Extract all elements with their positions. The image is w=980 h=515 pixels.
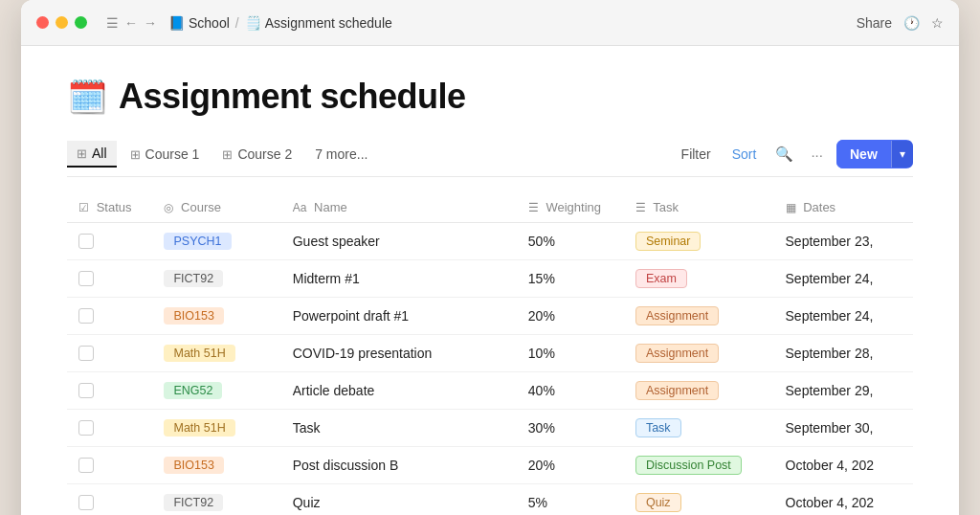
minimize-button[interactable] [56,16,68,29]
close-button[interactable] [36,16,49,29]
row-checkbox[interactable] [78,271,94,286]
cell-task: Quiz [624,484,774,516]
course-badge: FICT92 [164,270,223,287]
titlebar-actions: Share 🕐 ☆ [857,15,944,31]
data-table-wrap: ☑ Status ◎ Course Aa Name ☰ [67,192,913,515]
fullscreen-button[interactable] [75,16,87,29]
cell-name: Quiz [281,484,517,516]
cell-dates: September 29, [774,372,913,410]
status-col-icon: ☑ [78,201,89,214]
back-icon[interactable]: ← [124,15,138,31]
cell-status [67,372,152,410]
page-title-row: 🗓️ Assignment schedule [67,77,913,117]
cell-course: FICT92 [152,260,280,298]
course-badge: ENG52 [164,382,222,399]
table-row: ENG52 Article debate 40% Assignment Sept… [67,372,913,410]
cell-course: FICT92 [152,484,280,516]
cell-task: Assignment [624,372,774,410]
weighting-col-icon: ☰ [528,201,539,214]
new-button-dropdown[interactable]: ▾ [891,141,913,168]
cell-status [67,223,152,260]
new-button[interactable]: New [836,140,891,168]
filter-button[interactable]: Filter [676,143,717,166]
tab-course1-label: Course 1 [145,146,200,162]
cell-status [67,484,152,516]
cell-weighting: 10% [517,335,624,372]
cell-course: PSYCH1 [152,223,280,260]
task-badge: Quiz [635,493,681,512]
table-header-row: ☑ Status ◎ Course Aa Name ☰ [67,192,913,223]
cell-weighting: 40% [517,372,624,410]
course-badge: Math 51H [164,419,234,437]
tab-more[interactable]: 7 more... [305,142,377,167]
row-checkbox[interactable] [78,308,94,324]
share-button[interactable]: Share [857,15,892,31]
cell-dates: October 4, 202 [774,484,913,516]
cell-dates: September 24, [774,260,913,298]
cell-task: Task [624,410,774,447]
row-checkbox[interactable] [78,234,94,249]
cell-weighting: 20% [517,298,624,335]
task-badge: Assignment [635,306,719,325]
tab-course2-label: Course 2 [237,146,292,162]
search-icon[interactable]: 🔍 [771,142,797,167]
tab-all[interactable]: ⊞ All [67,141,117,168]
table-row: BIO153 Powerpoint draft #1 20% Assignmen… [67,298,913,335]
course-badge: FICT92 [164,494,223,511]
cell-task: Assignment [624,335,774,372]
row-checkbox[interactable] [78,346,94,361]
tab-course1-icon: ⊞ [130,147,141,162]
task-badge: Assignment [635,381,719,400]
task-badge: Discussion Post [635,456,742,475]
page-icon: 🗒️ [245,15,261,31]
school-label: School [189,15,230,31]
col-header-dates: ▦ Dates [774,192,913,223]
cell-weighting: 50% [517,223,624,260]
breadcrumb-school[interactable]: 📘 School [168,15,230,31]
cell-dates: October 4, 202 [774,447,913,484]
cell-course: ENG52 [152,372,280,410]
breadcrumb-page[interactable]: 🗒️ Assignment schedule [245,15,392,31]
cell-task: Discussion Post [624,447,774,484]
cell-status [67,335,152,372]
cell-dates: September 23, [774,223,913,260]
course-badge: BIO153 [164,457,223,474]
row-checkbox[interactable] [78,458,94,473]
nav-icons: ☰ ← → [106,15,157,31]
task-badge: Task [635,418,681,437]
school-book-icon: 📘 [168,15,185,31]
star-icon[interactable]: ☆ [931,15,944,31]
more-options-icon[interactable]: ··· [807,143,827,167]
tab-course2[interactable]: ⊞ Course 2 [212,142,301,167]
cell-task: Exam [624,260,774,298]
table-row: BIO153 Post discussion B 20% Discussion … [67,447,913,484]
cell-name: Guest speaker [281,223,517,260]
tab-course1[interactable]: ⊞ Course 1 [121,142,210,167]
cell-weighting: 15% [517,260,624,298]
task-badge: Exam [635,269,687,288]
cell-course: Math 51H [152,335,280,372]
cell-dates: September 24, [774,298,913,335]
hamburger-icon[interactable]: ☰ [106,15,119,31]
sort-button[interactable]: Sort [726,143,763,166]
col-header-status: ☑ Status [67,192,152,223]
forward-icon[interactable]: → [144,15,157,31]
task-badge: Assignment [635,344,719,363]
history-icon[interactable]: 🕐 [903,15,920,31]
cell-status [67,447,152,484]
tab-all-label: All [92,146,107,161]
breadcrumb: 📘 School / 🗒️ Assignment schedule [168,15,849,31]
cell-status [67,410,152,447]
table-row: Math 51H Task 30% Task September 30, [67,410,913,447]
task-col-icon: ☰ [635,201,646,214]
cell-course: BIO153 [152,298,280,335]
row-checkbox[interactable] [78,420,94,436]
row-checkbox[interactable] [78,383,94,398]
new-button-group: New ▾ [836,140,913,168]
cell-dates: September 28, [774,335,913,372]
row-checkbox[interactable] [78,495,94,510]
name-col-icon: Aa [293,201,307,214]
table-row: FICT92 Quiz 5% Quiz October 4, 202 [67,484,913,516]
cell-name: Task [281,410,517,447]
course-badge: PSYCH1 [164,233,231,250]
